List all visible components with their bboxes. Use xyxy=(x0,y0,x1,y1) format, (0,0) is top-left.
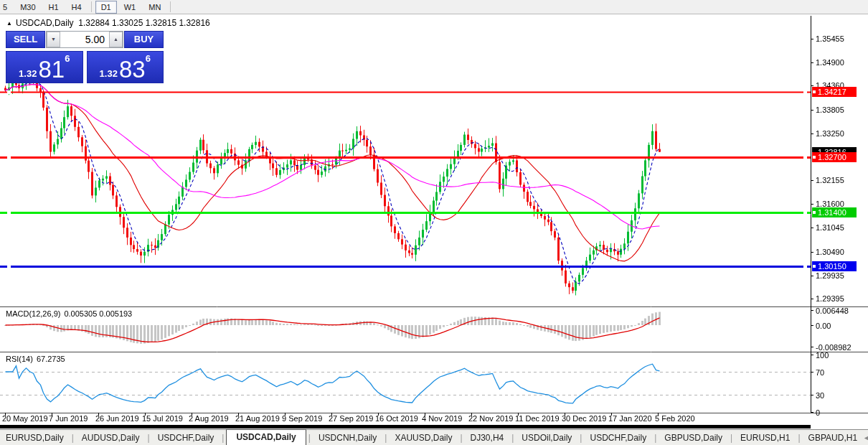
tab-scroll-buttons: ◄► xyxy=(863,434,868,441)
tag-notch xyxy=(813,211,816,214)
timeframe-button-m30[interactable]: M30 xyxy=(14,1,41,14)
rsi-indicator-label: RSI(14)67.2735 xyxy=(6,355,65,363)
rsi-axis-tick: 0 xyxy=(816,408,820,417)
date-axis-label: 22 Nov 2019 xyxy=(468,414,513,423)
level-price-tag: 1.34217 xyxy=(812,87,857,97)
macd-axis-tick: 0.006448 xyxy=(816,306,849,315)
mt4-window: 5M30H1H4D1W1MN ▲USDCAD,Daily 1.32884 1.3… xyxy=(0,0,868,445)
date-axis-label: 20 May 2019 xyxy=(2,414,48,423)
chart-tab-gbpaud-h1[interactable]: GBPAUD,H1 xyxy=(803,431,863,444)
level-price-tag: 1.31400 xyxy=(812,207,857,217)
tab-separator: | xyxy=(654,433,656,443)
timeframe-toolbar: 5M30H1H4D1W1MN xyxy=(0,0,868,14)
price-axis-tick: 1.31045 xyxy=(816,223,844,232)
timeframe-button-5[interactable]: 5 xyxy=(0,1,13,14)
timeframe-button-mn[interactable]: MN xyxy=(143,1,166,14)
toolbar-separator xyxy=(170,1,171,12)
tab-separator: | xyxy=(222,433,224,443)
date-axis-label: 30 Dec 2019 xyxy=(562,414,606,423)
collapse-trade-panel-icon[interactable]: ▲ xyxy=(6,20,12,27)
price-axis-tick: 1.33805 xyxy=(816,106,844,114)
tag-notch xyxy=(813,156,816,159)
ask-price-sup: 6 xyxy=(146,53,151,64)
date-axis-label: 11 Dec 2019 xyxy=(515,414,560,423)
date-axis-label: 17 Jan 2020 xyxy=(608,414,652,423)
timeframe-button-w1[interactable]: W1 xyxy=(118,1,142,14)
rsi-value: 67.2735 xyxy=(37,355,65,363)
date-axis-label: 5 Feb 2020 xyxy=(655,414,695,423)
level-price-tag: 1.32700 xyxy=(812,152,857,162)
tab-separator: | xyxy=(580,433,582,443)
tab-separator: | xyxy=(308,433,311,443)
price-axis-tick: 1.32155 xyxy=(816,176,844,184)
price-axis-tick: 1.29395 xyxy=(816,294,844,303)
chart-tab-usdcnh-daily[interactable]: USDCNH,Daily xyxy=(313,431,382,444)
sell-button[interactable]: SELL xyxy=(6,31,45,48)
tab-separator: | xyxy=(148,433,150,443)
chart-tab-usdchf-daily[interactable]: USDCHF,Daily xyxy=(584,431,652,444)
chart-title: ▲USDCAD,Daily 1.32884 1.33025 1.32815 1.… xyxy=(6,18,210,28)
tab-separator: | xyxy=(460,433,462,443)
chart-tab-audusd-daily[interactable]: AUDUSD,Daily xyxy=(76,431,146,444)
ask-price-box[interactable]: 1.32 83 6 xyxy=(87,51,164,83)
price-axis-tick: 1.33250 xyxy=(816,129,844,138)
timeframe-button-h4[interactable]: H4 xyxy=(66,1,88,14)
volume-decrease-button[interactable]: ▼ xyxy=(47,32,60,47)
rsi-axis-tick: 100 xyxy=(816,351,829,360)
chart-tab-eurusd-daily[interactable]: EURUSD,Daily xyxy=(0,431,70,444)
chart-tab-xauusd-daily[interactable]: XAUUSD,Daily xyxy=(389,431,458,444)
date-axis-label: 27 Sep 2019 xyxy=(329,414,373,423)
chart-tab-eurusd-h1[interactable]: EURUSD,H1 xyxy=(735,431,796,444)
tab-separator: | xyxy=(798,433,800,443)
bid-price-big: 81 xyxy=(38,59,65,80)
volume-increase-button[interactable]: ▲ xyxy=(109,32,123,47)
macd-indicator-label: MACD(12,26,9)0.005305 0.005193 xyxy=(6,309,132,318)
date-axis-label: 2 Aug 2019 xyxy=(189,414,229,423)
date-axis-label: 16 Oct 2019 xyxy=(375,414,418,423)
date-axis-label: 4 Nov 2019 xyxy=(422,414,462,423)
chart-tab-bar: EURUSD,Daily|AUDUSD,Daily|USDCHF,Daily|U… xyxy=(0,429,868,445)
macd-axis-tick: 0.00 xyxy=(816,322,831,330)
chart-ohlc-values: 1.32884 1.33025 1.32815 1.32816 xyxy=(78,18,210,28)
tag-notch xyxy=(813,265,816,268)
tag-notch xyxy=(813,90,816,93)
macd-values: 0.005305 0.005193 xyxy=(64,309,132,318)
timeframe-button-d1[interactable]: D1 xyxy=(95,1,117,14)
chart-symbol-label: USDCAD,Daily xyxy=(16,18,74,28)
price-axis-tick: 1.30490 xyxy=(816,248,844,256)
tab-separator: | xyxy=(385,433,387,443)
toolbar-separator xyxy=(91,1,92,12)
date-axis-label: 15 Jul 2019 xyxy=(142,414,183,423)
bid-price-box[interactable]: 1.32 81 6 xyxy=(6,51,83,83)
chart-tab-gbpusd-daily[interactable]: GBPUSD,Daily xyxy=(659,431,728,444)
volume-spinner: ▼ ▲ xyxy=(46,31,123,48)
rsi-axis-tick: 70 xyxy=(816,368,824,377)
chart-tab-usdcad-daily[interactable]: USDCAD,Daily xyxy=(226,429,306,445)
date-axis-label: 7 Jun 2019 xyxy=(49,414,88,423)
one-click-trading-widget: SELL ▼ ▲ BUY 1.32 81 6 1.32 83 6 xyxy=(6,31,164,83)
chart-tab-usdoil-daily[interactable]: USDOil,Daily xyxy=(516,431,577,444)
macd-axis-tick: -0.008982 xyxy=(816,343,852,352)
bid-price-sup: 6 xyxy=(65,53,70,64)
level-price-tag: 1.30150 xyxy=(812,261,857,271)
bid-price-prefix: 1.32 xyxy=(19,67,37,80)
rsi-axis-tick: 30 xyxy=(816,391,824,400)
ask-price-prefix: 1.32 xyxy=(100,67,118,80)
price-axis-tick: 1.29935 xyxy=(816,271,844,280)
timeframe-button-h1[interactable]: H1 xyxy=(43,1,65,14)
tab-separator: | xyxy=(511,433,514,443)
date-axis-label: 21 Aug 2019 xyxy=(235,414,280,423)
tab-separator: | xyxy=(72,433,74,443)
date-axis-label: 9 Sep 2019 xyxy=(282,414,322,423)
ask-price-big: 83 xyxy=(119,59,146,80)
volume-input[interactable] xyxy=(60,32,109,47)
chart-tab-dj30-h4[interactable]: DJ30,H4 xyxy=(465,431,510,444)
tab-scroll-left-icon[interactable]: ◄ xyxy=(863,434,868,441)
date-axis-label: 26 Jun 2019 xyxy=(95,414,139,423)
tab-separator: | xyxy=(730,433,732,443)
price-axis-tick: 1.35455 xyxy=(816,34,844,43)
chart-tab-usdchf-daily[interactable]: USDCHF,Daily xyxy=(152,431,220,444)
buy-button[interactable]: BUY xyxy=(124,31,164,48)
price-axis-tick: 1.34900 xyxy=(816,58,844,67)
